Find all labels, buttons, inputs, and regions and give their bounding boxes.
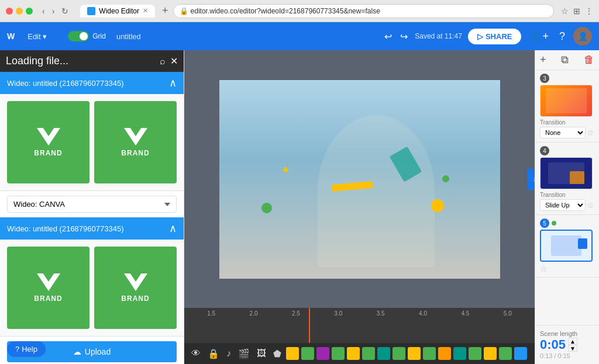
canvas-frame[interactable]: ✦ [219, 80, 500, 279]
expand-panel-button[interactable]: › [528, 169, 535, 190]
green-element-button-2[interactable] [332, 347, 345, 360]
yellow-element-button[interactable] [286, 347, 299, 360]
grid-toggle[interactable] [68, 31, 89, 41]
minimize-dot[interactable] [16, 8, 23, 15]
favorite-slide-3[interactable]: ☆ [587, 128, 594, 137]
video-button[interactable]: 🎬 [236, 347, 252, 360]
redo-button[interactable]: ↪ [399, 30, 409, 43]
back-button[interactable]: ‹ [40, 5, 47, 17]
browser-tab[interactable]: Wideo Editor ✕ [80, 5, 155, 18]
close-dot[interactable] [6, 8, 13, 15]
close-panel-button[interactable]: ✕ [170, 56, 178, 67]
slide-thumbnail-4[interactable] [540, 157, 593, 189]
undo-button[interactable]: ↩ [383, 30, 393, 43]
teal-element-button[interactable] [377, 347, 390, 360]
timeline-numbers: 1.5 2.0 2.5 3.0 3.5 4.0 4.5 5.0 [190, 310, 529, 317]
green-element-button-6[interactable] [469, 347, 481, 360]
canvas-yellow-dot [431, 199, 444, 212]
search-button[interactable]: ⌕ [160, 56, 166, 67]
green-element-button-4[interactable] [393, 347, 405, 360]
yellow-element-button-3[interactable] [408, 347, 421, 360]
brand-label-1: BRAND [34, 149, 62, 157]
maximize-dot[interactable] [26, 8, 33, 15]
timeline-track: 1.5 2.0 2.5 3.0 3.5 4.0 4.5 5.0 [190, 308, 529, 343]
slide-thumbnail-3[interactable] [540, 85, 593, 117]
help-icon-button[interactable]: ? [557, 28, 567, 45]
green-element-button-3[interactable] [362, 347, 375, 360]
extensions-icon[interactable]: ⊞ [573, 6, 580, 16]
green-element-button-7[interactable] [499, 347, 512, 360]
brand-triangle-icon-4 [124, 273, 147, 291]
music-button[interactable]: ♪ [224, 347, 233, 360]
orange-element-button[interactable] [438, 347, 451, 360]
slide-thumbnail-5[interactable] [540, 230, 593, 262]
refresh-button[interactable]: ↻ [59, 5, 71, 17]
eye-toggle-button[interactable]: 👁 [189, 347, 203, 360]
timeline-marker-0: 1.5 [190, 310, 232, 317]
avatar[interactable]: 👤 [573, 27, 592, 46]
scene-length-panel: Scene length 0:05 ▲ ▼ 0:13 / 0:15 [535, 325, 599, 364]
help-button[interactable]: ? Help [7, 341, 46, 357]
canva-dropdown-section: Wideo: CANVA [0, 191, 184, 217]
section-title-1: Wideo: untitled (21687960773345) [7, 79, 123, 88]
project-name[interactable]: untitled [112, 32, 146, 41]
timeline[interactable]: 1.5 2.0 2.5 3.0 3.5 4.0 4.5 5.0 [184, 308, 535, 343]
grid-toggle-wrap: Grid [68, 31, 106, 41]
delete-slide-button[interactable]: 🗑 [584, 54, 594, 66]
slide-number-3: 3 [540, 74, 594, 83]
green-element-button-1[interactable] [301, 347, 314, 360]
scene-time-stepper[interactable]: ▲ ▼ [568, 338, 577, 352]
blue-element-button[interactable] [514, 347, 527, 360]
time-increment-button[interactable]: ▲ [568, 338, 577, 345]
purple-element-button[interactable] [316, 347, 329, 360]
favorite-slide-5[interactable]: ☆ [540, 264, 548, 273]
lock-button[interactable]: 🔒 [205, 347, 222, 360]
browser-chrome: ‹ › ↻ Wideo Editor ✕ + 🔒 editor.wideo.co… [0, 0, 599, 22]
canva-dropdown[interactable]: Wideo: CANVA [7, 196, 177, 213]
brand-grid-1: BRAND BRAND [0, 94, 184, 190]
brand-tile-3[interactable]: BRAND [7, 247, 89, 329]
yellow-element-button-2[interactable] [347, 347, 360, 360]
share-button[interactable]: ▷ SHARE [468, 29, 522, 44]
tab-favicon [87, 7, 95, 15]
transition-select-3[interactable]: None [540, 127, 586, 138]
address-bar[interactable]: 🔒 editor.wideo.co/editor?wideoId=2168796… [173, 4, 554, 18]
bookmark-icon[interactable]: ☆ [561, 6, 569, 16]
transition-select-wrap-4: Slide Up ☆ [540, 199, 594, 211]
brand-label-2: BRAND [121, 149, 149, 157]
menu-dots-icon[interactable]: ⋮ [585, 6, 593, 16]
section-header-1[interactable]: Wideo: untitled (21687960773345) ∧ [0, 72, 184, 94]
slide-item-3: 3 Transition None ☆ [535, 70, 599, 143]
tab-close-button[interactable]: ✕ [143, 7, 148, 15]
shape-button[interactable]: ⬟ [271, 347, 284, 360]
time-decrement-button[interactable]: ▼ [568, 345, 577, 352]
brand-tile-2[interactable]: BRAND [94, 101, 177, 183]
loading-text: Loading file... [6, 55, 155, 67]
green-element-button-5[interactable] [423, 347, 436, 360]
canvas-green-dot-large [261, 203, 272, 213]
wideo-section-3: Wideo: untitled (21687960773345) ∧ BRAND… [0, 217, 184, 337]
panel-content: Wideo: untitled (21687960773345) ∧ BRAND… [0, 72, 184, 364]
image-button[interactable]: 🖼 [254, 347, 268, 360]
forward-button[interactable]: › [50, 5, 57, 17]
favorite-slide-4[interactable]: ☆ [587, 200, 594, 210]
section-header-3[interactable]: Wideo: untitled (21687960773345) ∧ [0, 217, 184, 240]
yellow-element-button-4[interactable] [484, 347, 497, 360]
transition-select-wrap-3: None ☆ [540, 127, 594, 138]
brand-tile-4[interactable]: BRAND [94, 247, 177, 329]
brand-grid-3: BRAND BRAND [0, 240, 184, 336]
logo: W [7, 32, 15, 41]
new-tab-button[interactable]: + [162, 5, 168, 17]
right-panel: + ⧉ 🗑 3 Transition None ☆ [535, 50, 599, 364]
teal-element-button-2[interactable] [453, 347, 466, 360]
main-layout: Loading file... ⌕ ✕ Wideo: untitled (216… [0, 50, 599, 364]
section-toggle-3[interactable]: ∧ [169, 222, 177, 235]
brand-tile-1[interactable]: BRAND [7, 101, 89, 183]
transition-select-4[interactable]: Slide Up [540, 199, 586, 211]
add-slide-button[interactable]: + [540, 54, 546, 66]
section-toggle-1[interactable]: ∧ [169, 77, 177, 89]
menu-item-edit[interactable]: Edit ▾ [23, 30, 51, 43]
duplicate-slide-button[interactable]: ⧉ [561, 54, 569, 66]
canvas-green-dot-small [442, 175, 449, 182]
add-collaborator-button[interactable]: 👤+ [527, 27, 551, 45]
